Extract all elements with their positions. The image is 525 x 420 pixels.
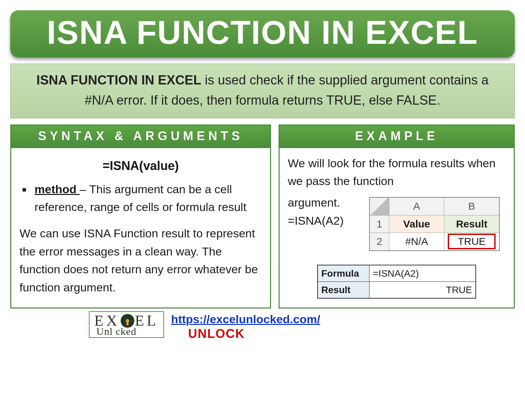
unlock-label: UNLOCK: [171, 327, 320, 341]
result-table: Formula =ISNA(A2) Result TRUE: [317, 265, 476, 299]
syntax-note: We can use ISNA Function result to repre…: [19, 224, 262, 297]
result-label-result: Result: [318, 282, 369, 299]
syntax-header: SYNTAX & ARGUMENTS: [11, 126, 270, 148]
syntax-formula: =ISNA(value): [19, 156, 262, 175]
keyhole-icon: [126, 319, 129, 323]
sheet-col-a: A: [389, 197, 444, 215]
description-bold: ISNA FUNCTION IN EXCEL: [37, 73, 201, 87]
footer-links: https://excelunlocked.com/ UNLOCK: [171, 311, 320, 341]
argument-list: method – This argument can be a cell ref…: [19, 180, 262, 216]
sheet-col-b: B: [444, 197, 500, 215]
sheet-header-value: Value: [389, 215, 444, 233]
sheet-header-result: Result: [444, 215, 500, 233]
globe-icon: [121, 314, 134, 328]
example-argument-label: argument.: [288, 194, 363, 212]
excel-unlocked-logo: EX EL Unl cked: [89, 311, 164, 338]
example-header: EXAMPLE: [280, 126, 514, 148]
infographic-page: ISNA FUNCTION IN EXCEL ISNA FUNCTION IN …: [10, 10, 515, 341]
example-panel: EXAMPLE We will look for the formula res…: [279, 124, 515, 309]
highlighted-true: TRUE: [448, 234, 496, 249]
result-value-formula: =ISNA(A2): [369, 265, 476, 282]
sheet-corner: [369, 197, 389, 215]
argument-item: method – This argument can be a cell ref…: [32, 180, 262, 216]
title-bar: ISNA FUNCTION IN EXCEL: [10, 10, 515, 57]
page-title: ISNA FUNCTION IN EXCEL: [47, 14, 478, 51]
example-formula-text: =ISNA(A2): [288, 212, 363, 230]
logo-text-el: EL: [135, 313, 159, 328]
footer: EX EL Unl cked https://excelunlocked.com…: [10, 311, 515, 341]
sheet-row-2: 2: [369, 233, 389, 251]
syntax-body: =ISNA(value) method – This argument can …: [11, 148, 270, 305]
sheet-cell-b2: TRUE: [444, 233, 500, 251]
argument-name: method: [35, 183, 80, 196]
example-side-text: argument. =ISNA(A2): [288, 194, 363, 229]
sheet-row-1: 1: [369, 215, 389, 233]
result-label-formula: Formula: [318, 265, 369, 282]
description-box: ISNA FUNCTION IN EXCEL is used check if …: [10, 64, 515, 118]
example-row: argument. =ISNA(A2) A B 1 Value Result: [288, 194, 506, 251]
columns: SYNTAX & ARGUMENTS =ISNA(value) method –…: [10, 124, 515, 309]
sheet-cell-a2: #N/A: [389, 233, 444, 251]
example-intro: We will look for the formula results whe…: [288, 154, 506, 190]
example-body: We will look for the formula results whe…: [280, 148, 514, 308]
result-value-result: TRUE: [369, 282, 476, 299]
mini-spreadsheet: A B 1 Value Result 2 #N/A TRUE: [369, 197, 500, 251]
website-link[interactable]: https://excelunlocked.com/: [171, 313, 320, 326]
syntax-panel: SYNTAX & ARGUMENTS =ISNA(value) method –…: [10, 124, 271, 309]
